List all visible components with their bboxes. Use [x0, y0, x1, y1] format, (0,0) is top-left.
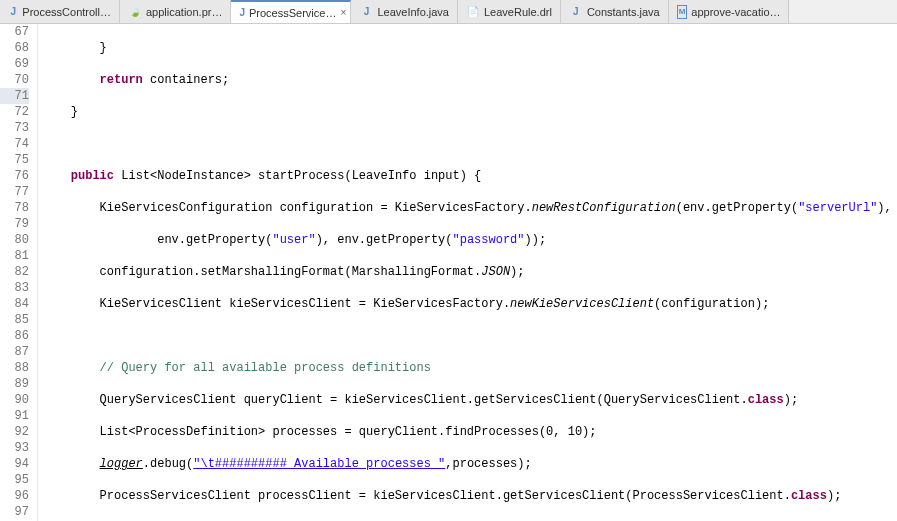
tab-leaveinfo[interactable]: J LeaveInfo.java [351, 0, 458, 23]
line-number: 97 [0, 504, 29, 520]
line-number: 82 [0, 264, 29, 280]
editor-area: 6768697071727374757677787980818283848586… [0, 24, 897, 521]
line-number: 94 [0, 456, 29, 472]
line-number: 88 [0, 360, 29, 376]
line-number: 81 [0, 248, 29, 264]
tab-constants[interactable]: J Constants.java [561, 0, 669, 23]
line-number: 76 [0, 168, 29, 184]
close-icon[interactable]: × [340, 7, 346, 18]
line-number: 85 [0, 312, 29, 328]
code-line [42, 328, 897, 344]
code-line: return containers; [42, 72, 897, 88]
line-number: 79 [0, 216, 29, 232]
tab-processservice[interactable]: J ProcessService… × [231, 0, 351, 23]
line-number: 91 [0, 408, 29, 424]
line-number: 93 [0, 440, 29, 456]
tab-leaverule[interactable]: 📄 LeaveRule.drl [458, 0, 561, 23]
code-line: ProcessServicesClient processClient = ki… [42, 488, 897, 504]
maven-file-icon: M [677, 5, 688, 19]
spring-leaf-icon: 🍃 [128, 5, 142, 19]
drl-file-icon: 📄 [466, 5, 480, 19]
java-file-icon: J [359, 5, 373, 19]
tab-application-properties[interactable]: 🍃 application.pr… [120, 0, 231, 23]
line-number: 75 [0, 152, 29, 168]
line-number: 74 [0, 136, 29, 152]
tab-label: Constants.java [587, 6, 660, 18]
code-line: KieServicesClient kieServicesClient = Ki… [42, 296, 897, 312]
tab-label: approve-vacatio… [691, 6, 780, 18]
tab-label: LeaveInfo.java [377, 6, 449, 18]
editor-tab-bar: J ProcessControll… 🍃 application.pr… J P… [0, 0, 897, 24]
tab-approve-vacation[interactable]: M approve-vacatio… [669, 0, 789, 23]
java-file-icon: J [569, 5, 583, 19]
code-line [42, 136, 897, 152]
line-number: 95 [0, 472, 29, 488]
line-number: 80 [0, 232, 29, 248]
code-line: logger.debug("\t########## Available pro… [42, 456, 897, 472]
line-number: 96 [0, 488, 29, 504]
code-line: configuration.setMarshallingFormat(Marsh… [42, 264, 897, 280]
code-line: // Query for all available process defin… [42, 360, 897, 376]
code-line: List<ProcessDefinition> processes = quer… [42, 424, 897, 440]
line-number: 72 [0, 104, 29, 120]
code-line: env.getProperty("user"), env.getProperty… [42, 232, 897, 248]
code-line: public List<NodeInstance> startProcess(L… [42, 168, 897, 184]
line-number: 83 [0, 280, 29, 296]
line-number: 92 [0, 424, 29, 440]
code-line: } [42, 40, 897, 56]
tab-label: ProcessControll… [22, 6, 111, 18]
line-number: 73 [0, 120, 29, 136]
line-number-gutter: 6768697071727374757677787980818283848586… [0, 24, 38, 521]
line-number: 67 [0, 24, 29, 40]
line-number: 68 [0, 40, 29, 56]
code-line: KieServicesConfiguration configuration =… [42, 200, 897, 216]
java-file-icon: J [239, 6, 245, 20]
code-line: QueryServicesClient queryClient = kieSer… [42, 392, 897, 408]
tab-label: LeaveRule.drl [484, 6, 552, 18]
java-file-icon: J [8, 5, 18, 19]
code-line: } [42, 104, 897, 120]
tab-processcontroller[interactable]: J ProcessControll… [0, 0, 120, 23]
line-number: 71 [0, 88, 29, 104]
line-number: 89 [0, 376, 29, 392]
line-number: 87 [0, 344, 29, 360]
code-editor[interactable]: } return containers; } public List<NodeI… [38, 24, 897, 521]
line-number: 78 [0, 200, 29, 216]
line-number: 90 [0, 392, 29, 408]
line-number: 70 [0, 72, 29, 88]
tab-label: application.pr… [146, 6, 222, 18]
line-number: 84 [0, 296, 29, 312]
line-number: 77 [0, 184, 29, 200]
tab-label: ProcessService… [249, 7, 336, 19]
line-number: 69 [0, 56, 29, 72]
line-number: 86 [0, 328, 29, 344]
